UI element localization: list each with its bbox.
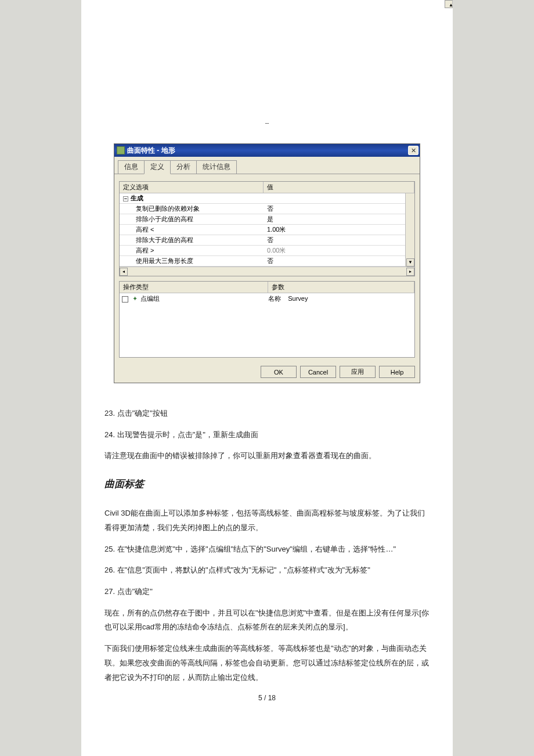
group-label: 生成 (131, 195, 143, 201)
option-value[interactable]: 否 (264, 204, 414, 214)
scroll-down-button[interactable]: ▼ (406, 258, 414, 267)
document-body: 23. 点击"确定"按钮 24. 出现警告提示时，点击"是"，重新生成曲面 请注… (81, 395, 453, 705)
ok-button[interactable]: OK (261, 366, 297, 378)
option-label: 排除小于此值的高程 (120, 214, 264, 224)
scroll-left-button[interactable]: ◂ (120, 268, 128, 276)
definition-options-grid: 定义选项 值 ▲ −生成 复制已删除的依赖对象 否 排除小于此值的高程 (119, 181, 415, 276)
param-value: Survey (288, 295, 308, 302)
option-value[interactable]: 否 (264, 235, 414, 245)
tab-analysis[interactable]: 分析 (170, 160, 197, 174)
collapse-icon[interactable]: − (123, 196, 128, 201)
tab-info[interactable]: 信息 (118, 160, 145, 174)
scroll-right-button[interactable]: ▸ (406, 268, 414, 276)
close-button[interactable]: ✕ (408, 146, 418, 155)
option-label: 复制已删除的依赖对象 (120, 204, 264, 214)
help-button[interactable]: Help (379, 366, 415, 378)
intro-paragraph: Civil 3D能在曲面上可以添加多种标签，包括等高线标签、曲面高程标签与坡度标… (104, 506, 430, 535)
option-row[interactable]: 使用最大三角形长度 否 (120, 256, 414, 267)
note-paragraph: 请注意现在曲面中的错误被排除掉了，你可以重新用对象查看器查看现在的曲面。 (104, 449, 430, 463)
option-value: 0.00米 (264, 246, 414, 255)
param-label: 名称 (268, 295, 281, 302)
dialog-icon (117, 146, 125, 154)
dialog-title: 曲面特性 - 地形 (127, 146, 408, 156)
step-25: 25. 在"快捷信息浏览"中，选择"点编组"结点下的"Survey"编组，右键单… (104, 542, 430, 557)
step-23: 23. 点击"确定"按钮 (104, 406, 430, 421)
scroll-up-button[interactable]: ▲ (445, 0, 453, 8)
step-24: 24. 出现警告提示时，点击"是"，重新生成曲面 (104, 428, 430, 442)
paragraph-2: 下面我们使用标签定位线来生成曲面的等高线标签。等高线标签也是"动态"的对象，与曲… (104, 642, 430, 685)
step-27: 27. 点击"确定" (104, 585, 430, 599)
operation-checkbox[interactable] (122, 296, 128, 303)
vertical-scrollbar[interactable]: ▼ (405, 193, 414, 267)
option-label: 使用最大三角形长度 (120, 256, 264, 266)
page-number: 5 / 18 (104, 692, 430, 705)
apply-button[interactable]: 应用 (340, 366, 376, 378)
dash-marker: -- (81, 120, 453, 126)
cancel-button[interactable]: Cancel (300, 366, 336, 378)
option-label: 排除大于此值的高程 (120, 235, 264, 245)
option-value[interactable]: 是 (264, 214, 414, 224)
section-title-labels: 曲面标签 (104, 475, 430, 494)
option-row[interactable]: 复制已删除的依赖对象 否 (120, 204, 414, 214)
option-label: 高程 > (120, 246, 264, 255)
option-value[interactable]: 否 (264, 256, 414, 266)
option-row[interactable]: 排除小于此值的高程 是 (120, 214, 414, 225)
tab-definition[interactable]: 定义 (144, 160, 171, 174)
header-option[interactable]: 定义选项 (120, 182, 264, 193)
group-row-build[interactable]: −生成 (120, 193, 414, 204)
point-group-icon: ✦ (132, 295, 138, 302)
option-value[interactable]: 1.00米 (264, 225, 414, 235)
tab-strip: 信息 定义 分析 统计信息 (114, 157, 420, 174)
dialog-button-row: OK Cancel 应用 Help (114, 362, 420, 383)
option-row[interactable]: 高程 < 1.00米 (120, 225, 414, 235)
header-value[interactable]: 值 (264, 182, 414, 193)
option-label: 高程 < (120, 225, 264, 235)
option-row[interactable]: 高程 > 0.00米 (120, 246, 414, 256)
header-optype[interactable]: 操作类型 (120, 282, 268, 293)
tab-statistics[interactable]: 统计信息 (196, 160, 237, 174)
surface-properties-dialog: 曲面特性 - 地形 ✕ 信息 定义 分析 统计信息 定义选项 值 ▲ −生成 (114, 143, 420, 383)
operation-label: 点编组 (140, 295, 160, 302)
operation-row[interactable]: ✦ 点编组 名称 Survey (120, 293, 414, 304)
option-row[interactable]: 排除大于此值的高程 否 (120, 235, 414, 246)
header-params[interactable]: 参数 (268, 282, 414, 293)
operation-type-grid: 操作类型 参数 ✦ 点编组 名称 Survey (119, 281, 415, 358)
paragraph-1: 现在，所有的点仍然存在于图中，并且可以在"快捷信息浏览"中查看。但是在图上没有任… (104, 606, 430, 635)
horizontal-scrollbar[interactable]: ◂ ▸ (120, 267, 414, 276)
step-26: 26. 在"信息"页面中，将默认的"点样式"改为"无标记"，"点标签样式"改为"… (104, 563, 430, 578)
dialog-titlebar[interactable]: 曲面特性 - 地形 ✕ (114, 144, 420, 157)
